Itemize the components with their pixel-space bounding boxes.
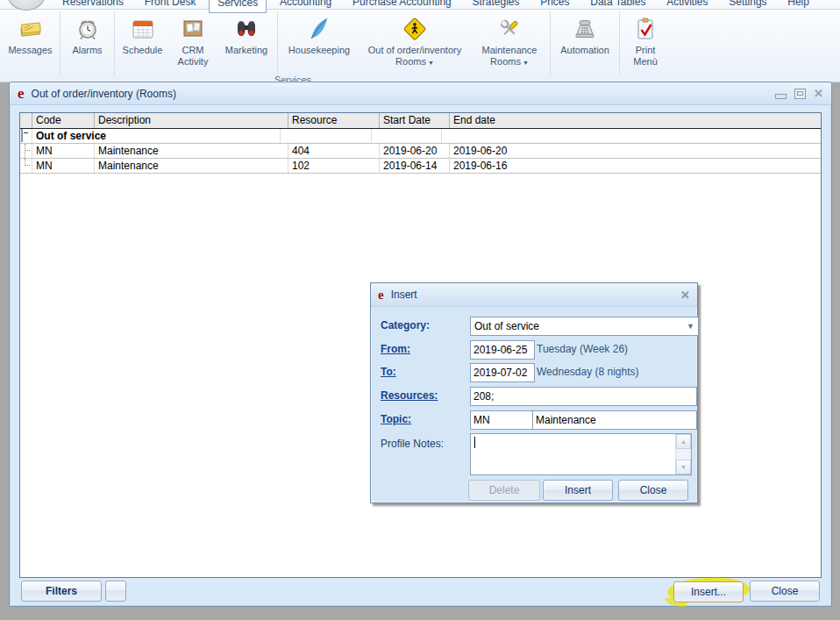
topic-name-input[interactable] [532, 410, 697, 430]
ribbon-button-label: Automation [560, 45, 609, 56]
header-end-date[interactable]: End date [450, 113, 821, 128]
ribbon-button-label: Messages [8, 45, 52, 56]
insert-button[interactable]: Insert... [673, 581, 744, 602]
ribbon-button-automation[interactable]: Automation [552, 10, 618, 82]
cell-start-date: 2019-06-14 [380, 159, 450, 173]
group-empty-cell [281, 129, 372, 143]
app-logo-icon: e [378, 289, 384, 302]
ribbon-button-label: CRM [182, 45, 203, 56]
tree-branch-icon [20, 144, 32, 158]
ribbon-button-marketing[interactable]: Marketing [217, 10, 276, 82]
ribbon-tab-strip: Reservations Front Desk Services Account… [0, 0, 840, 10]
group-empty-cell [372, 129, 442, 143]
text-caret [474, 437, 475, 448]
ribbon-separator [114, 11, 115, 76]
dialog-close-icon[interactable]: ✕ [680, 289, 690, 302]
ribbon-tabs: Reservations Front Desk Services Account… [54, 0, 817, 9]
ribbon-button-messages[interactable]: Messages [2, 10, 59, 82]
housekeeping-icon [306, 13, 332, 45]
to-label[interactable]: To: [381, 366, 396, 378]
scroll-down-icon[interactable]: ▼ [676, 460, 691, 474]
header-code[interactable]: Code [32, 113, 95, 128]
tab-prices[interactable]: Prices [532, 0, 577, 11]
cell-description: Maintenance [95, 144, 288, 158]
collapse-minus-icon[interactable] [21, 129, 23, 142]
ribbon-button-housekeeping[interactable]: Housekeeping [279, 10, 359, 82]
ribbon-separator [60, 11, 61, 76]
topic-code-input[interactable] [470, 410, 535, 430]
notes-scrollbar[interactable]: ▲ ▼ [675, 434, 691, 474]
table-row[interactable]: MN Maintenance 102 2019-06-14 2019-06-16 [20, 159, 821, 174]
ribbon-button-out-of-order-inventory[interactable]: Out of order/inventory Rooms▼ [359, 10, 470, 82]
from-label[interactable]: From: [381, 343, 410, 355]
topic-label[interactable]: Topic: [381, 413, 411, 425]
to-date-input[interactable] [470, 363, 535, 382]
ribbon-button-label2: Rooms▼ [395, 56, 434, 68]
dialog-insert-button[interactable]: Insert [543, 480, 613, 501]
tab-settings[interactable]: Settings [721, 0, 774, 11]
out-of-order-sign-icon [402, 13, 428, 45]
resources-input[interactable] [470, 387, 697, 406]
from-caption: Tuesday (Week 26) [537, 343, 628, 355]
scroll-up-icon[interactable]: ▲ [676, 434, 691, 449]
ribbon-button-label2: Rooms▼ [490, 56, 529, 68]
cell-code: MN [32, 159, 95, 173]
tab-data-tables[interactable]: Data Tables [582, 0, 653, 11]
alarms-icon [75, 13, 101, 45]
close-icon[interactable]: ✕ [814, 88, 823, 99]
tab-strategies[interactable]: Strategies [464, 0, 527, 11]
ribbon-button-crm-activity[interactable]: CRM Activity [169, 10, 217, 82]
table-header-row: Code Description Resource Start Date End… [20, 113, 821, 129]
tab-activities[interactable]: Activities [658, 0, 715, 11]
category-select[interactable]: Out of service ▼ [470, 317, 699, 336]
cell-resource: 404 [288, 144, 380, 158]
messages-icon [18, 13, 44, 45]
dialog-close-button[interactable]: Close [618, 480, 688, 501]
tab-reservations[interactable]: Reservations [54, 0, 132, 11]
window-title-bar[interactable]: e Out of order/inventory (Rooms) ✕ [10, 82, 831, 105]
ribbon-button-maintenance-rooms[interactable]: Maintenance Rooms▼ [470, 10, 549, 82]
ribbon-button-label2: Menù [633, 56, 658, 68]
tab-accounting[interactable]: Accounting [272, 0, 339, 11]
ribbon-button-label: Maintenance [482, 45, 537, 56]
window-title: Out of order/inventory (Rooms) [32, 88, 176, 100]
header-resource[interactable]: Resource [288, 113, 380, 128]
app-logo-icon: e [18, 86, 25, 101]
tab-services[interactable]: Services [209, 0, 267, 13]
ribbon-button-alarms[interactable]: Alarms [61, 10, 113, 82]
resources-label[interactable]: Resources: [381, 389, 438, 402]
cell-end-date: 2019-06-16 [450, 159, 821, 173]
application-screen: Reservations Front Desk Services Account… [0, 0, 840, 620]
ribbon-button-label: Schedule [123, 45, 163, 56]
filters-aux-button[interactable] [105, 581, 126, 602]
tab-front-desk[interactable]: Front Desk [137, 0, 204, 11]
print-menu-icon [632, 13, 658, 45]
dialog-title-bar[interactable]: e Insert ✕ [371, 283, 697, 307]
restore-icon[interactable] [794, 89, 806, 99]
minimize-icon[interactable] [775, 94, 787, 99]
to-caption: Wednesday (8 nights) [537, 366, 639, 378]
header-description[interactable]: Description [95, 113, 288, 128]
ribbon-button-print-menu[interactable]: Print Menù [621, 10, 670, 82]
header-start-date[interactable]: Start Date [380, 113, 450, 128]
app-menu-orb[interactable] [7, 0, 46, 11]
group-expander-cell[interactable] [20, 129, 32, 143]
profile-notes-input[interactable]: ▲ ▼ [470, 433, 692, 475]
cell-start-date: 2019-06-20 [380, 144, 450, 158]
close-button[interactable]: Close [750, 581, 820, 602]
dropdown-arrow-icon: ▼ [428, 60, 434, 66]
tab-purchase-accounting[interactable]: Purchase Accounting [345, 0, 459, 11]
group-row-out-of-service[interactable]: Out of service [20, 129, 821, 144]
dialog-delete-button: Delete [468, 480, 540, 501]
ribbon: Reservations Front Desk Services Account… [0, 0, 840, 82]
table-row[interactable]: MN Maintenance 404 2019-06-20 2019-06-20 [20, 144, 821, 159]
dialog-title: Insert [391, 289, 417, 301]
ribbon-button-label: Alarms [72, 45, 102, 56]
cell-description: Maintenance [95, 159, 288, 173]
ribbon-button-schedule[interactable]: Schedule [116, 10, 169, 82]
dropdown-arrow-icon: ▼ [523, 60, 529, 66]
tab-help[interactable]: Help [779, 0, 817, 11]
filters-button[interactable]: Filters [21, 581, 102, 602]
chevron-down-icon: ▼ [687, 322, 694, 331]
from-date-input[interactable] [470, 340, 535, 360]
